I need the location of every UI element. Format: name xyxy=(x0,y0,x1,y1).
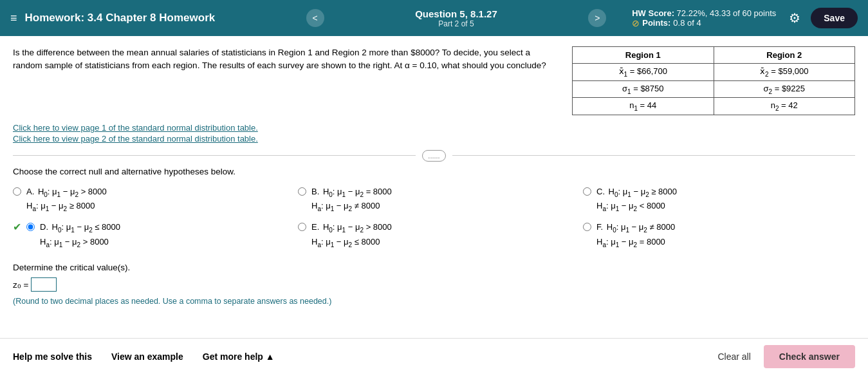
critical-hint: (Round to two decimal places as needed. … xyxy=(13,297,855,306)
sigma2-cell: σ2 = $9225 xyxy=(714,80,855,98)
z0-label: z₀ = xyxy=(13,279,28,290)
x2-cell: x̄2 = $59,000 xyxy=(714,64,855,81)
question-text: Is the difference between the mean annua… xyxy=(13,46,559,115)
sigma1-cell: σ1 = $8750 xyxy=(573,80,714,98)
hypothesis-option-b: B. H0: μ1 − μ2 = 8000 Ha: μ1 − μ2 ≠ 8000 xyxy=(298,185,570,214)
hypothesis-option-f: F. H0: μ1 − μ2 ≠ 8000 Ha: μ1 − μ2 = 8000 xyxy=(583,221,855,250)
hypothesis-label-b: B. H0: μ1 − μ2 = 8000 Ha: μ1 − μ2 ≠ 8000 xyxy=(311,185,392,214)
data-table: Region 1 Region 2 x̄1 = $66,700 x̄2 = $5… xyxy=(572,46,855,115)
hypothesis-radio-a[interactable] xyxy=(13,187,21,196)
z0-input[interactable] xyxy=(31,277,57,292)
save-button[interactable]: Save xyxy=(811,8,858,28)
settings-button[interactable]: ⚙ xyxy=(789,10,800,26)
normal-table-page1-link[interactable]: Click here to view page 1 of the standar… xyxy=(13,123,855,133)
normal-table-page2-link[interactable]: Click here to view page 2 of the standar… xyxy=(13,134,855,144)
hypothesis-radio-e[interactable] xyxy=(298,223,306,231)
header: ≡ Homework: 3.4 Chapter 8 Homework < Que… xyxy=(0,0,868,36)
hypothesis-label-d: D. H0: μ1 − μ2 ≤ 8000 Ha: μ1 − μ2 > 8000 xyxy=(40,221,120,250)
divider-line-right xyxy=(452,155,855,156)
region1-header: Region 1 xyxy=(573,47,714,64)
n1-cell: n1 = 44 xyxy=(573,98,714,115)
hypothesis-label-a: A. H0: μ1 − μ2 > 8000 Ha: μ1 − μ2 ≥ 8000 xyxy=(26,185,107,214)
question-title: Question 5, 8.1.27 xyxy=(415,8,497,19)
hypothesis-radio-b[interactable] xyxy=(298,187,306,196)
question-info: Question 5, 8.1.27 Part 2 of 5 xyxy=(415,8,497,28)
hypothesis-option-e: E. H0: μ1 − μ2 > 8000 Ha: μ1 − μ2 ≤ 8000 xyxy=(298,221,570,250)
hypothesis-label-e: E. H0: μ1 − μ2 > 8000 Ha: μ1 − μ2 ≤ 8000 xyxy=(311,221,392,250)
divider-dots: ...... xyxy=(422,150,445,162)
hw-score-value: HW Score: 72.22%, 43.33 of 60 points xyxy=(632,8,776,18)
page-title: Homework: 3.4 Chapter 8 Homework xyxy=(25,12,216,24)
links-area: Click here to view page 1 of the standar… xyxy=(13,123,855,144)
points-check-icon: ⊘ xyxy=(632,18,640,28)
critical-value-label: Determine the critical value(s). xyxy=(13,263,855,272)
hypothesis-radio-d[interactable] xyxy=(26,223,35,231)
hypothesis-option-d: ✔ D. H0: μ1 − μ2 ≤ 8000 Ha: μ1 − μ2 > 80… xyxy=(13,221,285,250)
divider-line-left xyxy=(13,155,416,156)
n2-cell: n2 = 42 xyxy=(714,98,855,115)
x1-cell: x̄1 = $66,700 xyxy=(573,64,714,81)
divider: ...... xyxy=(13,150,855,162)
hypotheses-label: Choose the correct null and alternative … xyxy=(13,167,855,176)
menu-icon[interactable]: ≡ xyxy=(10,12,17,25)
hypothesis-radio-f[interactable] xyxy=(583,223,591,231)
main-content: Is the difference between the mean annua… xyxy=(0,36,868,306)
table-row: σ1 = $8750 σ2 = $9225 xyxy=(573,80,855,98)
hypothesis-radio-c[interactable] xyxy=(583,187,591,196)
hypotheses-grid: A. H0: μ1 − μ2 > 8000 Ha: μ1 − μ2 ≥ 8000… xyxy=(13,185,855,250)
table-row: x̄1 = $66,700 x̄2 = $59,000 xyxy=(573,64,855,81)
hypothesis-option-c: C. H0: μ1 − μ2 ≥ 8000 Ha: μ1 − μ2 < 8000 xyxy=(583,185,855,214)
question-subtitle: Part 2 of 5 xyxy=(438,19,474,28)
critical-value-section: Determine the critical value(s). z₀ = (R… xyxy=(13,263,855,306)
table-row: n1 = 44 n2 = 42 xyxy=(573,98,855,115)
selected-checkmark-icon: ✔ xyxy=(13,221,21,233)
points-line: ⊘ Points: 0.8 of 4 xyxy=(632,18,776,28)
prev-question-button[interactable]: < xyxy=(306,9,324,27)
critical-input-row: z₀ = xyxy=(13,277,855,292)
question-area: Is the difference between the mean annua… xyxy=(13,46,855,115)
next-question-button[interactable]: > xyxy=(588,9,606,27)
hypothesis-label-f: F. H0: μ1 − μ2 ≠ 8000 Ha: μ1 − μ2 = 8000 xyxy=(596,221,675,250)
hw-score: HW Score: 72.22%, 43.33 of 60 points ⊘ P… xyxy=(632,8,776,28)
hypothesis-label-c: C. H0: μ1 − μ2 ≥ 8000 Ha: μ1 − μ2 < 8000 xyxy=(596,185,677,214)
region2-header: Region 2 xyxy=(714,47,855,64)
hypothesis-option-a: A. H0: μ1 − μ2 > 8000 Ha: μ1 − μ2 ≥ 8000 xyxy=(13,185,285,214)
